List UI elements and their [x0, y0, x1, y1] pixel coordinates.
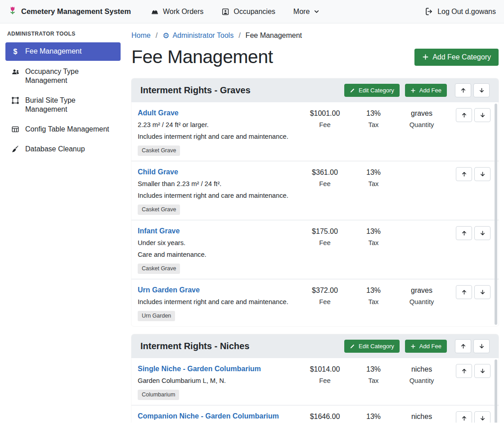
fee-name-link[interactable]: Child Grave — [138, 167, 178, 177]
breadcrumb-current: Fee Management — [246, 32, 302, 40]
fee-description: Includes interment right and care and ma… — [138, 191, 298, 200]
fee-amount-col: $1014.00 Fee — [298, 364, 352, 385]
category-body: Adult Grave 2.23 m² / 24 ft² or larger.I… — [131, 102, 499, 326]
logout-label: Log Out d.gowans — [437, 8, 496, 16]
fee-tax-col: 13% Tax — [352, 411, 395, 423]
breadcrumb-separator: / — [156, 32, 158, 40]
fee-amount-col: $361.00 Fee — [298, 167, 352, 188]
fee-name-link[interactable]: Infant Grave — [138, 226, 180, 236]
add-fee-category-button[interactable]: Add Fee Category — [414, 49, 499, 66]
logout-button[interactable]: Log Out d.gowans — [425, 7, 496, 16]
fee-amount-label: Fee — [298, 377, 352, 385]
add-fee-label: Add Fee — [419, 87, 441, 94]
fee-tax-label: Tax — [352, 239, 395, 247]
app-brand[interactable]: Cemetery Management System — [8, 6, 131, 18]
breadcrumb: Home / ⚙ Administrator Tools / Fee Manag… — [131, 32, 499, 40]
sidebar-item-database-cleanup[interactable]: Database Cleanup — [5, 140, 121, 158]
nav-item-label: Occupancies — [234, 8, 275, 16]
category-header: Interment Rights - Niches Edit Category … — [131, 334, 499, 358]
card-scrollbar[interactable] — [495, 359, 497, 423]
move-category-up-button[interactable] — [455, 339, 471, 353]
fee-badge: Casket Grave — [138, 205, 180, 215]
fee-row: Urn Garden Grave Includes interment righ… — [131, 279, 499, 326]
move-fee-up-button[interactable] — [456, 411, 472, 423]
occupancy-icon — [221, 8, 230, 16]
move-fee-down-button[interactable] — [474, 167, 490, 181]
fee-amount-col: $175.00 Fee — [298, 226, 352, 247]
breadcrumb-home-link[interactable]: Home — [131, 32, 151, 40]
broom-icon — [11, 145, 20, 153]
vector-square-icon — [11, 96, 20, 105]
fee-name-link[interactable]: Single Niche - Garden Columbarium — [138, 364, 261, 373]
card-scrollbar[interactable] — [495, 104, 497, 325]
move-fee-up-button[interactable] — [456, 108, 472, 122]
edit-category-button[interactable]: Edit Category — [344, 340, 400, 353]
sidebar-item-config-table-management[interactable]: Config Table Management — [5, 120, 121, 138]
fee-description: Smaller than 2.23 m² / 24 ft². — [138, 180, 298, 188]
move-fee-down-button[interactable] — [474, 285, 490, 299]
fee-badge: Casket Grave — [138, 146, 180, 156]
fee-quantity-col: niches Quantity — [395, 411, 448, 423]
fee-descriptions: Under six years.Care and maintenance. — [138, 239, 298, 259]
move-fee-down-button[interactable] — [474, 364, 490, 378]
fee-amount-label: Fee — [298, 121, 352, 129]
category-title: Interment Rights - Niches — [140, 341, 339, 351]
category-reorder-controls — [455, 339, 490, 353]
move-category-down-button[interactable] — [473, 339, 490, 353]
nav-item-more[interactable]: More — [293, 8, 320, 16]
pencil-icon — [350, 344, 355, 349]
breadcrumb-admin-link[interactable]: ⚙ Administrator Tools — [162, 32, 234, 40]
fee-amount: $175.00 — [298, 227, 352, 236]
move-fee-up-button[interactable] — [456, 364, 472, 378]
add-fee-button[interactable]: Add Fee — [405, 84, 447, 97]
fee-main: Infant Grave Under six years.Care and ma… — [138, 226, 298, 274]
fee-descriptions: Garden Columbarium L, M, N. — [138, 377, 298, 385]
fee-tax-label: Tax — [352, 298, 395, 306]
nav-item-work-orders[interactable]: Work Orders — [151, 8, 203, 16]
sidebar-item-burial-site-type-management[interactable]: Burial Site Type Management — [5, 91, 121, 118]
move-fee-down-button[interactable] — [474, 108, 490, 122]
fee-descriptions: 2.23 m² / 24 ft² or larger.Includes inte… — [138, 121, 298, 141]
fee-amount-label: Fee — [298, 180, 352, 188]
fee-quantity-col: niches Quantity — [395, 364, 448, 385]
sidebar-item-label: Fee Management — [25, 47, 81, 56]
fee-amount-col: $372.00 Fee — [298, 285, 352, 306]
fee-category-card: Interment Rights - Graves Edit Category … — [131, 78, 499, 326]
fee-main: Adult Grave 2.23 m² / 24 ft² or larger.I… — [138, 108, 298, 156]
plus-icon — [410, 344, 416, 349]
fee-quantity: niches — [395, 412, 448, 421]
sidebar-item-occupancy-type-management[interactable]: Occupancy Type Management — [5, 63, 121, 90]
breadcrumb-separator: / — [238, 32, 240, 40]
fee-tax: 13% — [352, 364, 395, 374]
move-fee-down-button[interactable] — [474, 226, 490, 240]
fee-quantity-label: Quantity — [395, 377, 448, 385]
fee-reorder-controls — [456, 411, 490, 423]
sidebar-item-fee-management[interactable]: $ Fee Management — [5, 42, 121, 61]
move-fee-down-button[interactable] — [474, 411, 490, 423]
add-fee-button[interactable]: Add Fee — [405, 340, 447, 353]
edit-category-button[interactable]: Edit Category — [344, 84, 400, 97]
move-fee-up-button[interactable] — [456, 167, 472, 181]
fee-name-link[interactable]: Urn Garden Grave — [138, 285, 200, 295]
move-category-down-button[interactable] — [473, 83, 490, 97]
fee-tax: 13% — [352, 412, 395, 421]
gear-icon: ⚙ — [162, 32, 169, 40]
fee-row: Single Niche - Garden Columbarium Garden… — [131, 358, 499, 405]
add-fee-label: Add Fee — [419, 343, 441, 350]
fee-main: Child Grave Smaller than 2.23 m² / 24 ft… — [138, 167, 298, 215]
fee-quantity-col: Quantity — [395, 167, 448, 179]
plus-icon — [410, 88, 416, 93]
move-fee-up-button[interactable] — [456, 285, 472, 299]
nav-item-occupancies[interactable]: Occupancies — [221, 8, 275, 16]
move-fee-up-button[interactable] — [456, 226, 472, 240]
nav-item-label: Work Orders — [163, 8, 203, 16]
nav-item-label: More — [293, 8, 310, 16]
fee-tax-col: 13% Tax — [352, 364, 395, 385]
fee-quantity: graves — [395, 109, 448, 118]
fee-tax-label: Tax — [352, 377, 395, 385]
move-category-up-button[interactable] — [455, 83, 471, 97]
fee-name-link[interactable]: Companion Niche - Garden Columbarium — [138, 411, 279, 421]
fee-name-link[interactable]: Adult Grave — [138, 108, 179, 118]
fee-quantity: graves — [395, 286, 448, 295]
edit-category-label: Edit Category — [359, 87, 394, 94]
